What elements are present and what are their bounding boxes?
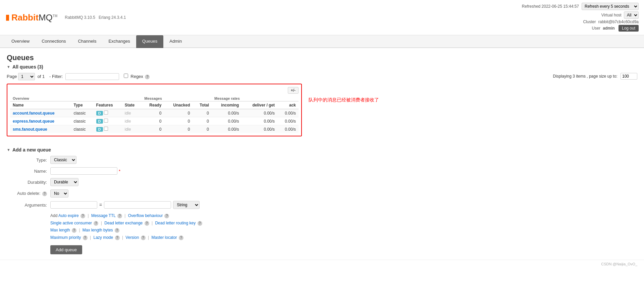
arguments-label: Arguments: bbox=[7, 203, 47, 208]
add-queue-button[interactable]: Add queue bbox=[50, 245, 82, 254]
overview-group-header: Overview bbox=[10, 96, 142, 101]
col-unacked: Unacked bbox=[164, 101, 193, 109]
main-content: Queues ▼ All queues (3) Page 1 of 1 - Fi… bbox=[0, 48, 644, 260]
page-select[interactable]: 1 bbox=[18, 73, 35, 80]
name-label: Name: bbox=[7, 169, 47, 174]
type-label: Type: bbox=[7, 158, 47, 163]
plus-minus-button[interactable]: +/- bbox=[288, 87, 299, 94]
refresh-select[interactable]: Refresh every 5 seconds Refresh every 10… bbox=[582, 3, 639, 10]
col-type: Type bbox=[71, 101, 93, 109]
cell-name[interactable]: account.fanout.queue bbox=[10, 109, 71, 117]
nav-queues[interactable]: Queues bbox=[136, 35, 164, 48]
link-maximum-priority[interactable]: Maximum priority bbox=[50, 235, 81, 240]
equals-sign: = bbox=[99, 202, 102, 208]
cluster-label: Cluster bbox=[583, 19, 596, 24]
name-input[interactable] bbox=[50, 167, 117, 175]
logo-tm: TM bbox=[53, 14, 57, 18]
page-size-input[interactable] bbox=[621, 73, 637, 80]
link-max-length-bytes[interactable]: Max length bytes bbox=[83, 228, 113, 232]
cell-state: idle bbox=[122, 117, 142, 125]
queue-name-link[interactable]: account.fanout.queue bbox=[13, 111, 55, 116]
logout-button[interactable]: Log out bbox=[619, 25, 639, 32]
cell-deliver-get: 0.00/s bbox=[241, 109, 277, 117]
durable-check bbox=[104, 111, 108, 115]
mp-help[interactable]: ? bbox=[83, 235, 88, 240]
link-overflow-behaviour[interactable]: Overflow behaviour bbox=[128, 213, 163, 218]
cell-unacked: 0 bbox=[164, 109, 193, 117]
col-name: Name bbox=[10, 101, 71, 109]
link-dead-letter-routing-key[interactable]: Dead letter routing key bbox=[155, 221, 196, 225]
col-total: Total bbox=[193, 101, 212, 109]
table-row: account.fanout.queue classic D idle 0 0 … bbox=[10, 109, 299, 117]
virtual-host-select[interactable]: All bbox=[624, 11, 639, 19]
link-message-ttl[interactable]: Message TTL bbox=[91, 213, 116, 218]
link-auto-expire[interactable]: Auto expire bbox=[58, 213, 79, 218]
refreshed-label: Refreshed 2022-06-25 15:44:57 bbox=[522, 4, 579, 9]
v-help[interactable]: ? bbox=[141, 235, 146, 240]
arguments-row: Arguments: = String Number Boolean bbox=[7, 201, 637, 209]
col-ack: ack bbox=[277, 101, 299, 109]
add-queue-title[interactable]: ▼ Add a new queue bbox=[7, 147, 637, 153]
cell-state: idle bbox=[122, 109, 142, 117]
cell-name[interactable]: sms.fanout.queue bbox=[10, 125, 71, 133]
page-title: Queues bbox=[7, 53, 637, 62]
link-dead-letter-exchange[interactable]: Dead letter exchange bbox=[104, 221, 143, 225]
link-lazy-mode[interactable]: Lazy mode bbox=[94, 235, 113, 240]
queue-name-link[interactable]: sms.fanout.queue bbox=[13, 127, 47, 132]
state-value: idle bbox=[125, 119, 131, 124]
logo: ▮ RabbitMQTM RabbitMQ 3.10.5 Erlang 24.3… bbox=[5, 12, 126, 23]
add-links: Add Auto expire ? | Message TTL ? | Over… bbox=[50, 212, 637, 241]
col-incoming: incoming bbox=[212, 101, 241, 109]
argument-key-input[interactable] bbox=[50, 201, 97, 209]
link-single-active-consumer[interactable]: Single active consumer bbox=[50, 221, 92, 225]
nav-exchanges[interactable]: Exchanges bbox=[102, 35, 136, 48]
table-area: +/- Overview Messages Message rates Name… bbox=[7, 84, 637, 142]
ml-help[interactable]: ? bbox=[72, 228, 76, 233]
cell-deliver-get: 0.00/s bbox=[241, 125, 277, 133]
lm-help[interactable]: ? bbox=[115, 235, 120, 240]
cell-ack: 0.00/s bbox=[277, 125, 299, 133]
table-row: express.fanout.queue classic D idle 0 0 … bbox=[10, 117, 299, 125]
state-value: idle bbox=[125, 127, 131, 132]
durability-row: Durability: Durable Transient bbox=[7, 178, 637, 186]
nav-admin[interactable]: Admin bbox=[163, 35, 188, 48]
pagination-right: Displaying 3 items , page size up to: bbox=[553, 73, 637, 80]
filter-input[interactable] bbox=[65, 73, 119, 80]
link-version[interactable]: Version bbox=[125, 235, 139, 240]
all-queues-title[interactable]: ▼ All queues (3) bbox=[7, 64, 637, 70]
argument-type-select[interactable]: String Number Boolean bbox=[173, 201, 200, 209]
loc-help[interactable]: ? bbox=[179, 235, 183, 240]
dlrk-help[interactable]: ? bbox=[198, 221, 202, 226]
auto-delete-select[interactable]: No Yes bbox=[50, 189, 68, 198]
link-master-locator[interactable]: Master locator bbox=[152, 235, 177, 240]
table-header-row: +/- bbox=[10, 87, 299, 94]
sac-help[interactable]: ? bbox=[94, 221, 98, 226]
rabbitmq-version: RabbitMQ 3.10.5 bbox=[65, 15, 95, 20]
cell-name[interactable]: express.fanout.queue bbox=[10, 117, 71, 125]
mlb-help[interactable]: ? bbox=[115, 228, 119, 233]
cell-ready: 0 bbox=[142, 117, 164, 125]
message-ttl-help[interactable]: ? bbox=[117, 214, 122, 218]
table-row: sms.fanout.queue classic D idle 0 0 0 0.… bbox=[10, 125, 299, 133]
cell-type: classic bbox=[71, 109, 93, 117]
dle-help[interactable]: ? bbox=[145, 221, 149, 226]
nav-channels[interactable]: Channels bbox=[72, 35, 102, 48]
regex-checkbox[interactable] bbox=[124, 74, 128, 78]
annotation-text: 队列中的消息已经被消费者接收了 bbox=[309, 97, 379, 103]
header: ▮ RabbitMQTM RabbitMQ 3.10.5 Erlang 24.3… bbox=[0, 0, 644, 35]
auto-delete-help[interactable]: ? bbox=[42, 191, 47, 196]
durability-select[interactable]: Durable Transient bbox=[50, 178, 78, 186]
nav-connections[interactable]: Connections bbox=[36, 35, 72, 48]
cell-incoming: 0.00/s bbox=[212, 125, 241, 133]
col-deliver-get: deliver / get bbox=[241, 101, 277, 109]
link-max-length[interactable]: Max length bbox=[50, 228, 70, 232]
nav-overview[interactable]: Overview bbox=[5, 35, 36, 48]
overflow-help[interactable]: ? bbox=[164, 214, 169, 218]
queue-name-link[interactable]: express.fanout.queue bbox=[13, 119, 54, 124]
state-value: idle bbox=[125, 111, 131, 116]
auto-expire-help[interactable]: ? bbox=[80, 214, 85, 218]
regex-help[interactable]: ? bbox=[145, 75, 150, 79]
cell-incoming: 0.00/s bbox=[212, 117, 241, 125]
type-select[interactable]: Classic Quorum Stream bbox=[50, 156, 76, 164]
argument-value-input[interactable] bbox=[104, 201, 171, 209]
